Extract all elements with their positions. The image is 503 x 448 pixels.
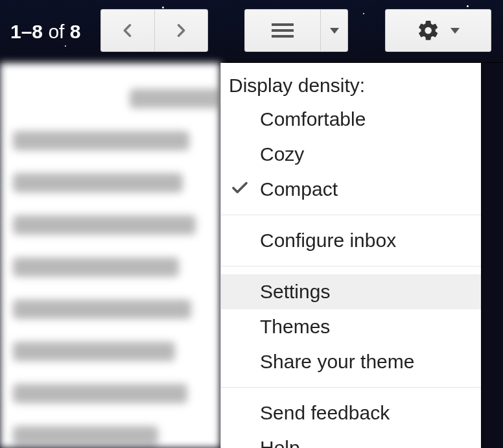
blurred-email-list: [0, 63, 220, 448]
split-pane-icon: [272, 23, 294, 38]
menu-item-settings[interactable]: Settings: [221, 274, 481, 309]
gear-icon: [417, 19, 440, 42]
menu-item-configure-inbox[interactable]: Configure inbox: [221, 223, 481, 258]
check-icon: [230, 178, 250, 198]
menu-item-help[interactable]: Help: [221, 430, 481, 448]
menu-item-themes[interactable]: Themes: [221, 309, 481, 344]
density-option-cozy[interactable]: Cozy: [221, 137, 481, 172]
settings-gear-button[interactable]: [385, 9, 491, 52]
prev-page-button[interactable]: [101, 10, 154, 51]
split-pane-toggle[interactable]: [245, 23, 320, 38]
caret-down-icon: [330, 28, 339, 34]
menu-item-send-feedback[interactable]: Send feedback: [221, 395, 481, 430]
chevron-left-icon: [119, 21, 137, 40]
menu-separator: [221, 215, 481, 215]
menu-separator: [221, 387, 481, 388]
split-pane-dropdown[interactable]: [320, 10, 347, 51]
menu-separator: [221, 266, 481, 266]
menu-item-share-theme[interactable]: Share your theme: [221, 344, 481, 379]
content-area: Display density: Comfortable Cozy Compac…: [0, 63, 503, 448]
pagination-count: 1–8 of 8: [10, 21, 80, 43]
next-page-button[interactable]: [155, 10, 208, 51]
caret-down-icon: [450, 28, 460, 34]
chevron-right-icon: [172, 21, 190, 40]
settings-dropdown-menu: Display density: Comfortable Cozy Compac…: [220, 63, 481, 448]
density-option-comfortable[interactable]: Comfortable: [221, 102, 481, 137]
menu-section-header: Display density:: [221, 63, 481, 102]
toolbar: 1–8 of 8: [0, 0, 503, 63]
pagination-buttons: [100, 9, 208, 52]
count-range: 1–8: [10, 21, 43, 42]
split-pane-button: [244, 9, 348, 52]
density-option-compact[interactable]: Compact: [221, 172, 481, 207]
count-total: 8: [70, 21, 81, 42]
